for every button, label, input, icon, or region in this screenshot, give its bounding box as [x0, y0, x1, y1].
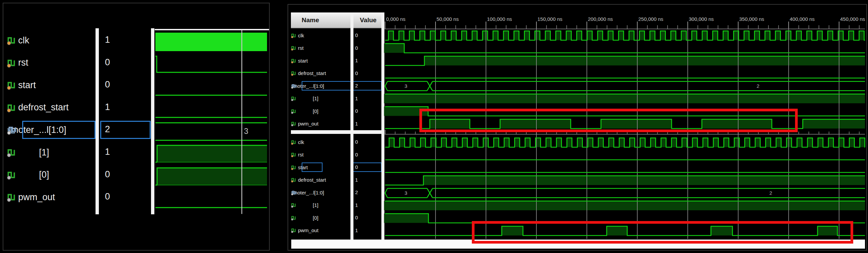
signal-value: 0	[105, 191, 110, 202]
signal-row-clk[interactable]: clk	[291, 138, 350, 146]
grid-header: Name Value	[291, 12, 381, 28]
signal-row-0[interactable]: [0]	[7, 164, 97, 186]
wave-bottom-clk-fill	[389, 138, 394, 147]
signal-row-defroststart[interactable]: defrost_start	[291, 176, 350, 184]
signal-name-label: [0]	[313, 215, 318, 221]
wave-top-clk-fill	[389, 31, 394, 40]
selected-value-outline	[353, 162, 382, 172]
wave-top-bit1-fill	[384, 94, 865, 104]
wave-bottom-clk-fill	[629, 138, 634, 147]
wave-bottom-clk-fill	[452, 138, 457, 147]
input-port-icon	[291, 70, 297, 76]
wave-top-clk-fill	[577, 31, 582, 40]
signal-name-label: defrost_start	[298, 70, 326, 76]
signal-name-label: [1]	[313, 96, 318, 101]
bus-value-label: 3	[405, 190, 407, 196]
signal-row-1[interactable]: [1]	[291, 201, 350, 209]
signal-row-moterl10[interactable]: moter_...l[1:0]	[291, 188, 350, 196]
signal-row-rst[interactable]: rst	[291, 44, 350, 52]
signal-row-start[interactable]: start	[291, 57, 350, 65]
signal-name-label: pwm_out	[298, 227, 318, 233]
wave-top-clk-fill	[848, 31, 854, 40]
wave-top-clk-fill	[462, 31, 467, 40]
left-zoom-waveform-canvas[interactable]: 3	[155, 29, 269, 217]
wave-clk	[155, 33, 267, 51]
wave-bottom-clk-fill	[849, 138, 854, 147]
input-port-icon	[7, 103, 17, 113]
signal-row-0[interactable]: [0]	[291, 214, 350, 222]
value-column-header[interactable]: Value	[360, 17, 377, 24]
input-port-icon	[291, 152, 297, 157]
signal-row-rst[interactable]: rst	[7, 52, 97, 74]
wave-top-clk-fill	[776, 31, 781, 40]
signal-row-1[interactable]: [1]	[291, 95, 350, 103]
wave-bottom-clk-fill	[567, 138, 572, 147]
wave-top-clk-fill	[796, 31, 801, 40]
wave-top-clk-fill	[660, 31, 665, 40]
name-column-header[interactable]: Name	[302, 17, 319, 24]
signal-row-start[interactable]: start	[7, 74, 97, 96]
wave-top-clk-fill	[618, 31, 623, 40]
wave-bottom-clk-fill	[651, 138, 656, 147]
wave-bottom-clk-fill	[504, 138, 509, 147]
signal-value: 1	[355, 227, 358, 233]
wave-top-pwm_out-fill	[803, 120, 865, 129]
name-value-divider[interactable]	[95, 28, 99, 214]
wave-bottom-defrost_start-fill	[424, 176, 865, 185]
wave-top-start-fill	[425, 56, 865, 66]
wave-bottom-clk-fill	[578, 138, 583, 147]
wave-top-clk-fill	[524, 31, 529, 40]
wave-top-rst	[385, 44, 865, 53]
signal-row-defroststart[interactable]: defrost_start	[7, 97, 97, 119]
signal-row-rst[interactable]: rst	[291, 151, 350, 159]
signal-name-label: [0]	[39, 169, 49, 180]
signal-row-0[interactable]: [0]	[291, 107, 350, 115]
signal-value: 0	[355, 45, 358, 51]
signal-value: 1	[105, 147, 110, 157]
signal-value: 0	[105, 80, 110, 90]
signal-name-label: [0]	[313, 108, 318, 114]
signal-row-pwmout[interactable]: pwm_out	[291, 120, 350, 128]
pwm-annotation-box-1	[420, 109, 798, 132]
input-port-icon	[291, 58, 297, 64]
wave-bottom-clk-fill	[807, 138, 812, 147]
wave-bottom-clk-fill	[462, 138, 467, 147]
wave-top-clk-fill	[639, 31, 644, 40]
wave-bottom-clk-fill	[713, 138, 718, 147]
signal-row-pwmout[interactable]: pwm_out	[291, 226, 350, 234]
wave-bottom-clk-fill	[724, 138, 729, 147]
signal-row-1[interactable]: [1]	[7, 141, 97, 163]
wave-bottom-clk-fill	[828, 138, 833, 147]
signal-value: 1	[105, 35, 110, 45]
bit-signal-icon	[291, 121, 297, 127]
bit-signal-icon	[291, 227, 297, 233]
left-wave-panel: clk1rst0start0defrost_start1moter_...l[1…	[3, 3, 270, 251]
wave-bottom-clk-fill	[661, 138, 666, 147]
wave-top-clk-fill	[702, 31, 707, 40]
wave-bottom-clk-fill	[734, 138, 739, 147]
bit-signal-icon	[7, 170, 17, 180]
input-port-icon	[291, 139, 297, 145]
name-value-divider[interactable]	[350, 12, 353, 240]
signal-value: 0	[355, 32, 358, 38]
signal-name-label: start	[18, 80, 36, 91]
wave-top-clk-fill	[817, 31, 822, 40]
selected-name-outline	[302, 81, 351, 91]
group-separator	[291, 130, 381, 134]
selected-value-outline	[100, 121, 151, 139]
wave-top-clk-fill	[472, 31, 477, 40]
wave-bottom-clk-fill	[703, 138, 708, 147]
wave-bottom-bit1-fill	[384, 201, 865, 211]
wave-top-clk-fill	[671, 31, 676, 40]
wave-bottom-clk-fill	[776, 138, 781, 147]
signal-row-clk[interactable]: clk	[291, 31, 350, 39]
signal-name-label: [1]	[313, 202, 318, 208]
bus-signal-icon	[291, 83, 297, 89]
signal-row-defroststart[interactable]: defrost_start	[291, 69, 350, 77]
wave-top-clk-fill	[430, 31, 435, 40]
signal-row-pwmout[interactable]: pwm_out	[7, 186, 97, 208]
signal-name-label: clk	[298, 139, 304, 145]
signal-row-clk[interactable]: clk	[7, 29, 97, 52]
wave-top-clk-fill	[587, 31, 592, 40]
value-wave-divider[interactable]	[151, 28, 154, 214]
